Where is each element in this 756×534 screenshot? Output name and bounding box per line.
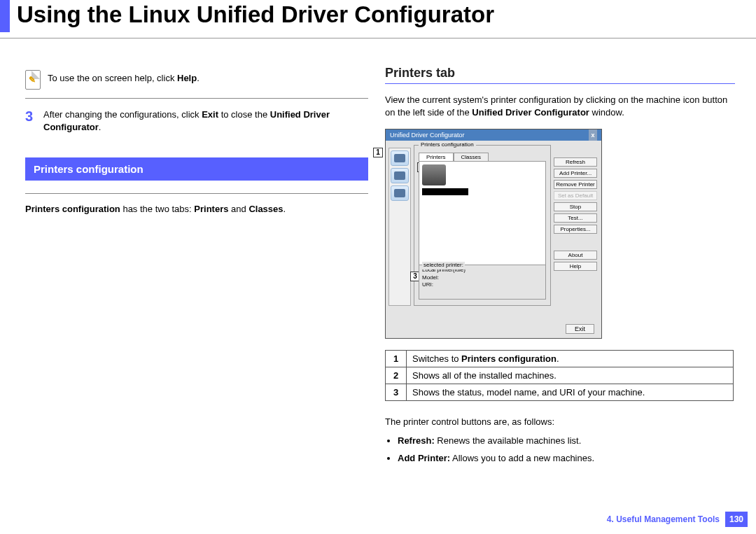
row-num-3: 3 [386,384,407,401]
section-bar: Printers configuration [25,157,368,181]
step-suffix: . [99,122,102,132]
footer: 4. Useful Management Tools 130 [607,512,748,527]
btn-test: Test... [554,213,597,223]
note-prefix: To use the on screen help, click [48,73,177,83]
right-column: Printers tab View the current system's p… [385,66,735,470]
left-column: To use the on screen help, click Help. 3… [25,64,368,214]
shot-groupbox: Printers configuration Printers Classes … [414,145,551,306]
divider-top [0,38,756,38]
shot-selected-line3: URI: [422,281,542,288]
right-para: View the current system's printer config… [385,94,735,119]
embedded-screenshot: Unified Driver Configurator x 1 Printers… [385,129,602,339]
table-row: 2 Shows all of the installed machines. [386,367,734,384]
sub-bold3: Classes [248,204,283,214]
bullet-list: Refresh: Renews the available machines l… [385,435,735,463]
shot-selected-box: selected printer: Local printer(idle) Mo… [419,265,546,300]
step-mid: to close the [218,109,270,120]
btn-refresh: Refresh [554,157,597,167]
btn-set-default: Set as Default [554,191,597,200]
btn-remove-printer: Remove Printer [554,180,597,189]
note-bold: Help [177,73,197,83]
btn-properties: Properties... [554,225,597,234]
right-para-t2: window. [589,107,624,118]
shot-body: 1 Printers configuration Printers Classe… [386,141,601,338]
scanner-config-icon [391,168,409,183]
table-row: 3 Shows the status, model name, and URI … [386,384,734,401]
step-text: After changing the configurations, click… [43,108,368,134]
sub-mid: has the two tabs: [120,204,195,214]
shot-icon-bar [388,148,411,306]
note-text: To use the on screen help, click Help. [48,70,200,83]
shot-titlebar: Unified Driver Configurator x [386,129,601,141]
printer-config-icon [391,150,409,166]
callout-1: 1 [373,148,383,157]
btn-exit: Exit [566,324,594,334]
sub-bold1: Printers configuration [25,204,120,214]
tab-printers: Printers [419,153,454,161]
tab-classes: Classes [454,153,489,161]
right-para-bold: Unified Driver Configurator [472,107,589,118]
right-heading: Printers tab [385,66,735,80]
btn-stop: Stop [554,202,597,211]
row-text-2: Shows all of the installed machines. [407,367,734,384]
btn-spacer [554,236,597,248]
shot-right-buttons: Refresh Add Printer... Remove Printer Se… [554,157,597,271]
follow-text: The printer control buttons are, as foll… [385,416,735,427]
note-icon [25,70,41,90]
b1-bold: Refresh: [398,435,435,446]
shot-tabcontent [419,161,546,266]
sub-and: and [228,204,248,214]
callout-table: 1 Switches to Printers configuration. 2 … [385,350,734,401]
sub-para: Printers configuration has the two tabs:… [25,193,368,214]
btn-about: About [554,251,597,260]
footer-chapter: 4. Useful Management Tools [607,514,720,524]
r1-suffix: . [556,353,559,364]
step-prefix: After changing the configurations, click [43,109,202,120]
row-text-3: Shows the status, model name, and URI of… [407,384,734,401]
shot-selected-label: selected printer: [422,262,465,269]
footer-page: 130 [725,512,748,527]
step-box: 3 After changing the configurations, cli… [25,98,368,134]
printer-thumb [422,164,446,185]
b2-text: Allows you to add a new machines. [450,453,594,463]
r1-bold: Printers configuration [461,353,556,364]
note-box: To use the on screen help, click Help. [25,70,368,90]
right-divider [385,83,735,84]
step-bold1: Exit [202,109,218,120]
sub-bold2: Printers [194,204,228,214]
btn-help: Help [554,262,597,271]
list-item: Refresh: Renews the available machines l… [398,435,735,446]
note-suffix: . [197,73,200,83]
step-number: 3 [25,108,43,134]
b1-text: Renews the available machines list. [435,435,582,446]
shot-title-text: Unified Driver Configurator [390,129,465,141]
btn-add-printer: Add Printer... [554,169,597,178]
row-num-2: 2 [386,367,407,384]
row-text-1: Switches to Printers configuration. [407,351,734,367]
row-num-1: 1 [386,351,407,367]
close-icon: x [589,129,597,141]
r1-prefix: Switches to [412,353,461,364]
accent-bar [0,0,10,32]
shot-group-label: Printers configuration [419,141,476,148]
sub-suffix: . [284,204,286,214]
page-title: Using the Linux Unified Driver Configura… [17,1,494,28]
ports-config-icon [391,185,409,201]
shot-selected-line2: Model: [422,274,542,281]
table-row: 1 Switches to Printers configuration. [386,351,734,367]
shot-tabs: Printers Classes [419,153,489,161]
printer-shadow [422,188,468,195]
list-item: Add Printer: Allows you to add a new mac… [398,453,735,463]
b2-bold: Add Printer: [398,453,450,463]
